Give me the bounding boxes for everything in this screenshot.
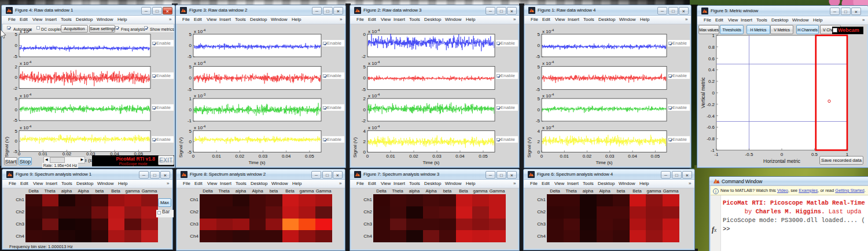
svg-text:Signal (V): Signal (V)	[527, 137, 532, 158]
svg-text:0.4: 0.4	[708, 67, 715, 72]
svg-text:x 10-4: x 10-4	[20, 28, 32, 34]
svg-text:5: 5	[363, 64, 366, 70]
svg-text:Vertical metric: Vertical metric	[700, 77, 706, 108]
svg-text:-5: -5	[536, 118, 540, 123]
svg-text:x 10-4: x 10-4	[194, 60, 206, 66]
svg-text:-5: -5	[187, 87, 192, 92]
svg-text:-5: -5	[13, 149, 18, 154]
svg-text:0.02: 0.02	[409, 154, 418, 159]
svg-text:5: 5	[15, 32, 18, 37]
svg-text:0: 0	[366, 154, 369, 159]
svg-text:x 10-4: x 10-4	[368, 93, 380, 99]
svg-text:0: 0	[15, 75, 18, 80]
svg-text:0: 0	[538, 75, 540, 81]
svg-text:Signal (V): Signal (V)	[4, 137, 9, 157]
svg-text:0.02: 0.02	[236, 154, 245, 159]
svg-text:0.8: 0.8	[708, 45, 715, 50]
svg-text:5: 5	[189, 64, 192, 70]
svg-text:2: 2	[15, 64, 18, 70]
svg-text:0: 0	[538, 107, 540, 112]
svg-text:x 10-4: x 10-4	[194, 125, 206, 130]
svg-text:0: 0	[712, 90, 715, 96]
svg-text:0.03: 0.03	[432, 154, 442, 159]
svg-text:4: 4	[538, 129, 540, 134]
svg-text:-2: -2	[13, 86, 18, 91]
svg-text:0: 0	[540, 154, 543, 159]
svg-text:Signal (V): Signal (V)	[352, 137, 358, 158]
svg-text:-0.5: -0.5	[745, 152, 753, 157]
svg-text:x 10-4: x 10-4	[368, 28, 380, 34]
svg-text:0.02: 0.02	[583, 154, 592, 159]
svg-text:x 10-4: x 10-4	[194, 28, 206, 34]
svg-text:x 10-4: x 10-4	[542, 28, 554, 34]
svg-text:x 10-4: x 10-4	[542, 125, 554, 130]
svg-text:0.05: 0.05	[479, 154, 488, 159]
svg-text:2: 2	[363, 96, 366, 101]
svg-text:0.02: 0.02	[62, 151, 72, 157]
svg-text:0: 0	[363, 32, 366, 37]
svg-text:Horizontal metric: Horizontal metric	[763, 158, 801, 164]
svg-text:5: 5	[15, 96, 18, 101]
svg-text:0.05: 0.05	[651, 154, 660, 159]
svg-text:-5: -5	[362, 87, 366, 92]
svg-text:0: 0	[189, 107, 192, 112]
svg-text:0.05: 0.05	[305, 154, 314, 159]
svg-text:-2: -2	[362, 118, 366, 123]
svg-text:x 10-4: x 10-4	[368, 60, 380, 66]
svg-text:Time (s): Time (s)	[422, 160, 439, 165]
svg-text:-2: -2	[362, 54, 366, 59]
svg-text:x 10-3: x 10-3	[194, 93, 206, 99]
svg-text:0: 0	[189, 139, 192, 144]
svg-text:2: 2	[538, 139, 540, 144]
svg-text:-5: -5	[13, 118, 18, 123]
svg-text:-0.4: -0.4	[707, 114, 715, 119]
svg-text:-5: -5	[536, 54, 540, 59]
svg-text:0: 0	[189, 75, 192, 81]
svg-text:-0.2: -0.2	[707, 102, 715, 107]
svg-text:0.01: 0.01	[560, 154, 569, 159]
svg-text:0: 0	[189, 43, 192, 48]
svg-text:-5: -5	[13, 54, 18, 59]
svg-text:-1: -1	[714, 152, 719, 157]
svg-text:-0.6: -0.6	[707, 125, 715, 130]
svg-text:0.5: 0.5	[811, 152, 818, 157]
svg-text:0: 0	[192, 154, 195, 159]
svg-text:x 10-4: x 10-4	[20, 60, 32, 66]
svg-text:0: 0	[538, 43, 540, 48]
svg-text:0: 0	[363, 75, 366, 81]
svg-text:0.04: 0.04	[455, 154, 465, 159]
svg-text:0.01: 0.01	[386, 154, 395, 159]
svg-text:0: 0	[781, 152, 784, 157]
svg-text:0.01: 0.01	[39, 151, 48, 157]
svg-text:0: 0	[18, 151, 21, 157]
svg-text:0.04: 0.04	[282, 154, 291, 159]
svg-text:Signal (V): Signal (V)	[178, 137, 183, 158]
svg-text:-5: -5	[187, 54, 192, 59]
svg-text:0: 0	[15, 139, 18, 144]
svg-text:5: 5	[189, 129, 192, 134]
svg-text:0.03: 0.03	[259, 154, 268, 159]
svg-text:Time (s): Time (s)	[248, 160, 265, 165]
svg-text:1: 1	[712, 33, 715, 38]
svg-text:x 10-4: x 10-4	[368, 125, 380, 130]
svg-text:0.6: 0.6	[708, 56, 715, 61]
svg-text:0.01: 0.01	[212, 154, 221, 159]
svg-text:-5: -5	[536, 87, 540, 92]
svg-text:0.04: 0.04	[628, 154, 637, 159]
svg-text:5: 5	[538, 64, 540, 70]
svg-text:-1: -1	[187, 118, 192, 123]
svg-text:0: 0	[15, 107, 18, 112]
svg-text:0: 0	[15, 43, 18, 48]
svg-text:5: 5	[538, 32, 540, 37]
svg-text:x 10-4: x 10-4	[542, 60, 554, 66]
svg-text:0.03: 0.03	[605, 154, 615, 159]
svg-text:5: 5	[189, 32, 192, 37]
svg-text:-5: -5	[187, 150, 192, 155]
svg-text:Time (s): Time (s)	[595, 160, 612, 165]
svg-text:1: 1	[189, 96, 192, 101]
svg-text:5: 5	[538, 96, 540, 101]
svg-text:x 10-4: x 10-4	[20, 93, 32, 99]
svg-text:0.2: 0.2	[708, 79, 715, 84]
svg-text:2: 2	[363, 139, 366, 144]
svg-text:4: 4	[363, 129, 366, 134]
